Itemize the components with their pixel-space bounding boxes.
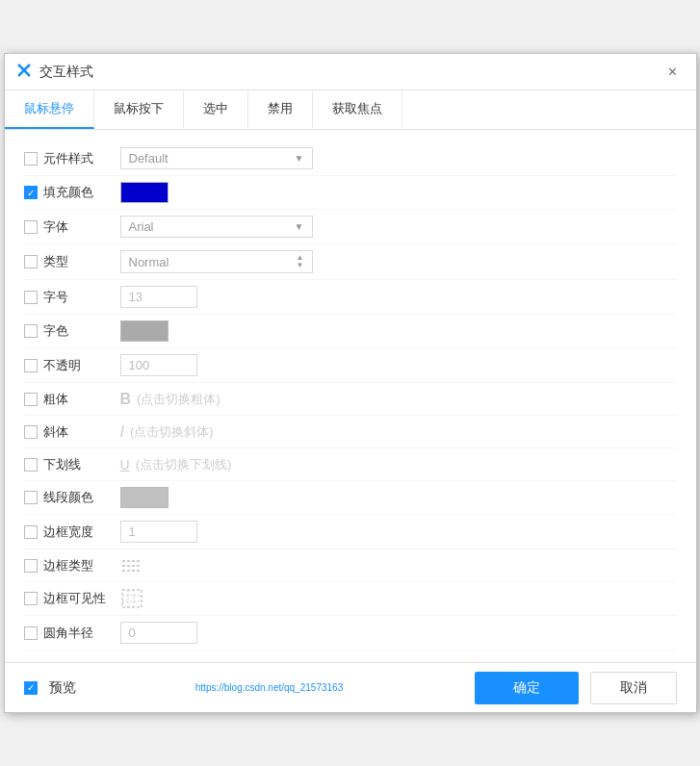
label-underline: 下划线 (24, 456, 120, 473)
value-fill-color (120, 182, 677, 203)
checkbox-opacity[interactable] (24, 359, 38, 372)
value-type: Normal ▲ ▼ (120, 250, 677, 273)
app-icon (16, 63, 32, 82)
bold-icon: B (120, 391, 132, 408)
checkbox-italic[interactable] (24, 425, 38, 439)
input-font-size[interactable]: 13 (120, 286, 197, 308)
checkbox-font[interactable] (24, 220, 38, 234)
input-border-width[interactable]: 1 (120, 521, 197, 543)
text-opacity: 不透明 (43, 357, 81, 374)
color-picker-fill[interactable] (120, 182, 169, 203)
value-element-style: Default ▼ (120, 147, 677, 169)
value-opacity: 100 (120, 354, 677, 376)
value-corner-radius: 0 (120, 622, 677, 644)
checkbox-bold[interactable] (24, 393, 38, 406)
checkbox-type[interactable] (24, 255, 38, 268)
value-font: Arial ▼ (120, 216, 677, 238)
bold-hint: (点击切换粗体) (137, 391, 220, 408)
value-line-color (120, 487, 677, 508)
label-corner-radius: 圆角半径 (24, 625, 120, 642)
row-opacity: 不透明 100 (24, 348, 677, 383)
text-type: 类型 (43, 253, 68, 270)
select-element-style[interactable]: Default ▼ (120, 147, 313, 169)
text-font-size: 字号 (43, 289, 68, 306)
text-border-type: 边框类型 (43, 557, 93, 574)
tab-mouse-down[interactable]: 鼠标按下 (94, 90, 184, 129)
row-element-style: 元件样式 Default ▼ (24, 141, 677, 176)
color-picker-font[interactable] (120, 320, 169, 342)
text-border-width: 边框宽度 (43, 523, 93, 541)
preview-label: 预览 (49, 679, 76, 697)
border-type-icon[interactable] (120, 556, 143, 575)
row-underline: 下划线 U (点击切换下划线) (24, 448, 677, 481)
checkbox-underline[interactable] (24, 458, 38, 472)
checkbox-preview[interactable] (24, 681, 38, 695)
checkbox-line-color[interactable] (24, 491, 38, 504)
title-bar: 交互样式 × (5, 54, 696, 90)
select-value-type: Normal (129, 255, 169, 269)
label-type: 类型 (24, 253, 120, 270)
row-fill-color: 填充颜色 (24, 176, 677, 210)
value-bold[interactable]: B (点击切换粗体) (120, 391, 677, 408)
close-button[interactable]: × (661, 61, 685, 84)
text-element-style: 元件样式 (43, 150, 93, 167)
italic-icon: I (120, 423, 124, 441)
text-font-color: 字色 (43, 322, 68, 340)
row-border-visible: 边框可见性 (24, 582, 677, 616)
checkbox-corner-radius[interactable] (24, 626, 38, 640)
select-type[interactable]: Normal ▲ ▼ (120, 250, 313, 273)
underline-icon: U (120, 457, 130, 472)
value-border-visible (120, 588, 677, 609)
text-corner-radius: 圆角半径 (43, 625, 93, 642)
label-line-color: 线段颜色 (24, 489, 120, 506)
value-underline[interactable]: U (点击切换下划线) (120, 456, 677, 473)
select-font[interactable]: Arial ▼ (120, 216, 313, 238)
value-border-width: 1 (120, 521, 677, 543)
checkbox-fill-color[interactable] (24, 186, 38, 199)
text-bold: 粗体 (43, 391, 68, 408)
text-font: 字体 (43, 218, 68, 236)
cancel-button[interactable]: 取消 (590, 672, 677, 704)
row-border-width: 边框宽度 1 (24, 515, 677, 549)
color-picker-line[interactable] (120, 487, 169, 508)
confirm-button[interactable]: 确定 (475, 672, 579, 704)
checkbox-font-size[interactable] (24, 291, 38, 304)
footer-buttons: 确定 取消 (475, 672, 677, 704)
input-corner-radius[interactable]: 0 (120, 622, 197, 644)
tab-focus[interactable]: 获取焦点 (313, 90, 402, 129)
checkbox-border-visible[interactable] (24, 592, 38, 605)
spin-arrows[interactable]: ▲ ▼ (297, 254, 304, 269)
dialog-title: 交互样式 (39, 64, 661, 81)
row-font: 字体 Arial ▼ (24, 210, 677, 244)
chevron-down-icon: ▼ (295, 221, 304, 232)
select-value-element-style: Default (129, 151, 169, 166)
checkbox-font-color[interactable] (24, 324, 38, 338)
row-border-type: 边框类型 (24, 549, 677, 582)
border-visibility-icon[interactable] (120, 588, 143, 609)
label-border-width: 边框宽度 (24, 523, 120, 541)
label-opacity: 不透明 (24, 357, 120, 374)
checkbox-border-type[interactable] (24, 559, 38, 573)
italic-hint: (点击切换斜体) (130, 423, 214, 441)
value-font-size: 13 (120, 286, 677, 308)
content-area: 元件样式 Default ▼ 填充颜色 (5, 130, 696, 662)
text-underline: 下划线 (43, 456, 81, 473)
value-italic[interactable]: I (点击切换斜体) (120, 423, 677, 441)
row-type: 类型 Normal ▲ ▼ (24, 244, 677, 280)
checkbox-element-style[interactable] (24, 152, 38, 166)
label-fill-color: 填充颜色 (24, 184, 120, 201)
checkbox-border-width[interactable] (24, 525, 38, 539)
watermark-text: https://blog.csdn.net/qq_21573163 (195, 682, 343, 693)
preview-area: 预览 (24, 679, 76, 697)
label-font: 字体 (24, 218, 120, 236)
text-fill-color: 填充颜色 (43, 184, 93, 201)
tab-disabled[interactable]: 禁用 (248, 90, 313, 129)
text-line-color: 线段颜色 (43, 489, 93, 506)
label-element-style: 元件样式 (24, 150, 120, 167)
tab-selected[interactable]: 选中 (184, 90, 248, 129)
row-line-color: 线段颜色 (24, 481, 677, 515)
label-italic: 斜体 (24, 423, 120, 441)
row-corner-radius: 圆角半径 0 (24, 616, 677, 651)
tab-mouse-hover[interactable]: 鼠标悬停 (5, 90, 94, 129)
input-opacity[interactable]: 100 (120, 354, 197, 376)
